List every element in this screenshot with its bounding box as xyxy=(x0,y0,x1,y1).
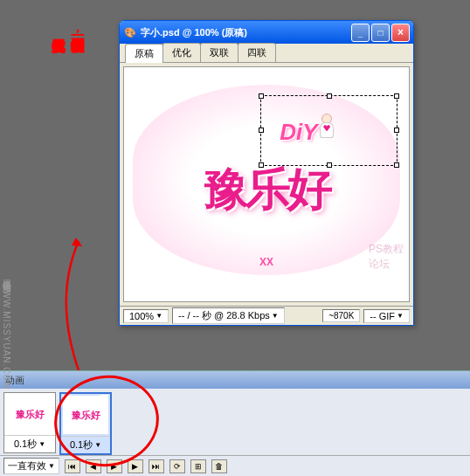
animation-panel: 动画 1 豫乐好 0.1秒▼ 2 豫乐好 0.1秒▼ 一直有效▼ ⏮ ◀ ▶ ▶… xyxy=(0,370,470,476)
watermark-center: PS教程论坛 xyxy=(369,242,409,272)
animation-frames: 1 豫乐好 0.1秒▼ 2 豫乐好 0.1秒▼ xyxy=(0,389,470,455)
animation-frame-2[interactable]: 2 豫乐好 0.1秒▼ xyxy=(59,392,112,455)
format-info[interactable]: -- GIF▼ xyxy=(363,309,410,323)
size-info: ~870K xyxy=(322,309,360,322)
animation-frame-1[interactable]: 1 豫乐好 0.1秒▼ xyxy=(3,392,56,453)
view-tabs: 原稿 优化 双联 四联 xyxy=(120,44,413,63)
last-frame-button[interactable]: ⏭ xyxy=(149,459,164,473)
chevron-down-icon: ▼ xyxy=(94,441,101,449)
titlebar[interactable]: 🎨 字小.psd @ 100% (原稿) _ □ × xyxy=(120,21,413,44)
selection-handle-br[interactable] xyxy=(394,162,399,168)
selection-handle-mr[interactable] xyxy=(394,128,399,133)
next-frame-button[interactable]: ▶ xyxy=(128,459,143,473)
delete-frame-button[interactable]: 🗑 xyxy=(211,459,227,473)
app-icon: 🎨 xyxy=(123,25,137,39)
chevron-down-icon: ▼ xyxy=(397,312,404,320)
tab-optimize[interactable]: 优化 xyxy=(162,43,201,62)
frame-delay-dropdown[interactable]: 0.1秒▼ xyxy=(4,435,55,452)
artwork-xx-label: XX xyxy=(259,256,273,268)
chevron-down-icon: ▼ xyxy=(48,462,55,470)
loop-dropdown[interactable]: 一直有效▼ xyxy=(3,458,59,474)
tab-2up[interactable]: 双联 xyxy=(200,43,238,62)
chevron-down-icon: ▼ xyxy=(156,312,162,320)
tab-4up[interactable]: 四联 xyxy=(238,43,276,62)
animation-controls: 一直有效▼ ⏮ ◀ ▶ ▶ ⏭ ⟳ ⊞ 🗑 xyxy=(0,455,470,476)
selection-handle-ml[interactable] xyxy=(259,128,264,133)
selection-handle-bl[interactable] xyxy=(259,162,264,168)
frame-delay-dropdown[interactable]: 0.1秒▼ xyxy=(61,436,110,453)
frame-thumbnail: 豫乐好 xyxy=(63,396,108,434)
chevron-down-icon: ▼ xyxy=(272,312,279,320)
minimize-button[interactable]: _ xyxy=(351,24,370,42)
selection-handle-bc[interactable] xyxy=(327,162,332,168)
selection-handle-tr[interactable] xyxy=(394,93,399,99)
canvas[interactable]: 豫乐好 DiY XX PS教程论坛 xyxy=(123,66,410,302)
timing-info[interactable]: -- / -- 秒 @ 28.8 Kbps▼ xyxy=(172,307,285,324)
window-title: 字小.psd @ 100% (原稿) xyxy=(141,26,351,39)
artwork-main-text: 豫乐好 xyxy=(204,159,329,220)
maximize-button[interactable]: □ xyxy=(371,24,390,42)
close-button[interactable]: × xyxy=(391,24,410,42)
watermark-side: 思缘设计论坛 WWW.MISSYUAN.COM xyxy=(0,272,12,390)
play-button[interactable]: ▶ xyxy=(107,459,122,473)
zoom-dropdown[interactable]: 100%▼ xyxy=(123,309,169,323)
new-frame-button[interactable]: ⊞ xyxy=(190,459,206,473)
tween-button[interactable]: ⟳ xyxy=(169,459,185,473)
selection-handle-tl[interactable] xyxy=(259,93,264,99)
animation-panel-title[interactable]: 动画 xyxy=(0,371,470,389)
statusbar: 100%▼ -- / -- 秒 @ 28.8 Kbps▼ ~870K -- GI… xyxy=(120,306,413,325)
selection-handle-tc[interactable] xyxy=(327,93,332,99)
chevron-down-icon: ▼ xyxy=(38,440,45,448)
annotation-text-1: 在动画栏复制一个关键帧， xyxy=(70,27,86,41)
frame-thumbnail: 豫乐好 xyxy=(6,395,53,433)
prev-frame-button[interactable]: ◀ xyxy=(86,459,101,473)
tab-original[interactable]: 原稿 xyxy=(125,44,163,63)
first-frame-button[interactable]: ⏮ xyxy=(65,459,80,473)
selection-marquee[interactable] xyxy=(260,95,397,165)
preview-window: 🎨 字小.psd @ 100% (原稿) _ □ × 原稿 优化 双联 四联 豫… xyxy=(119,20,414,326)
